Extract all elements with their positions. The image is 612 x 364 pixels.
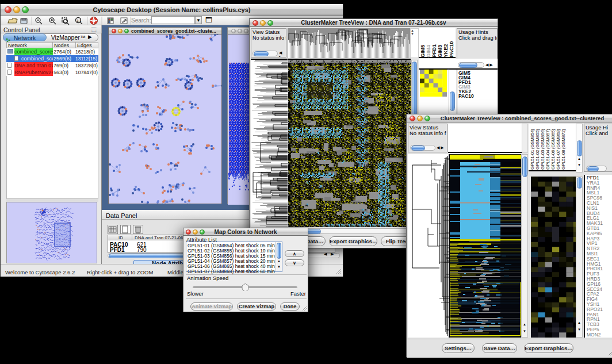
svg-text:1:1: 1:1 <box>76 19 82 22</box>
